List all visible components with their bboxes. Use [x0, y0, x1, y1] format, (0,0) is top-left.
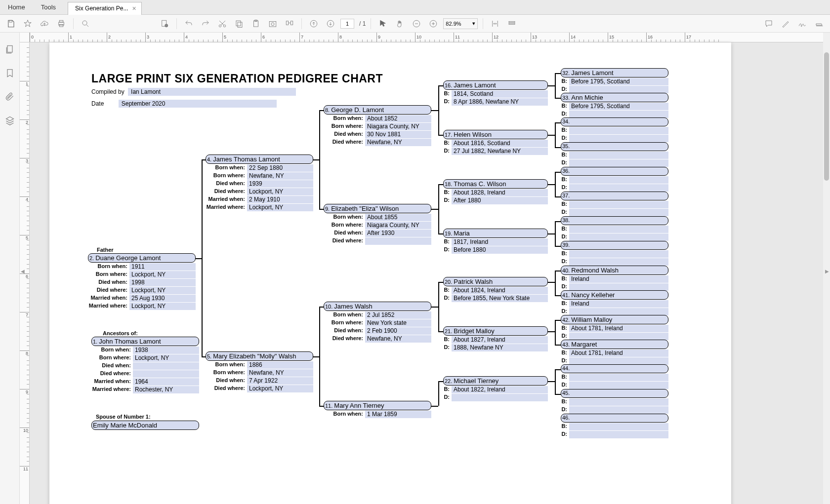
- person-num: 41.: [562, 292, 570, 298]
- detail-value: Lockport, NY: [129, 271, 196, 278]
- snapshot-icon[interactable]: [266, 17, 280, 31]
- scroll-thumb[interactable]: [824, 52, 829, 181]
- person-head: 2.Duane George Lamont: [88, 253, 196, 263]
- pdf-convert-icon[interactable]: [158, 17, 171, 31]
- person-head: 33.Ann Michie: [561, 93, 668, 102]
- attachment-icon[interactable]: [3, 90, 17, 104]
- detail-label: D:: [443, 148, 450, 155]
- detail-value: 22 Sep 1880: [247, 164, 313, 172]
- person-head: 18.Thomas C. Wilson: [443, 179, 548, 189]
- person-num: 43.: [562, 342, 570, 348]
- find-replace-icon[interactable]: [283, 17, 296, 31]
- undo-icon[interactable]: [182, 17, 196, 31]
- comment-icon[interactable]: [762, 17, 776, 31]
- detail-label: B:: [443, 140, 450, 147]
- cloud-upload-icon[interactable]: [38, 17, 51, 31]
- detail-label: D:: [561, 308, 567, 315]
- print-icon[interactable]: [54, 17, 68, 31]
- highlight-icon[interactable]: [779, 17, 792, 31]
- paste-icon[interactable]: [249, 17, 263, 31]
- detail-label: Born where:: [206, 172, 245, 180]
- stamp-icon[interactable]: [812, 17, 826, 31]
- document-tab[interactable]: Six Generation Pe... ×: [68, 2, 142, 15]
- person-num: 34.: [562, 118, 570, 124]
- expand-left-icon[interactable]: ◀: [21, 269, 25, 274]
- person-head: 17.Helen Wilson: [443, 130, 548, 139]
- detail-label: Born where:: [206, 369, 245, 377]
- person-name: James Lamont: [454, 81, 496, 89]
- detail-value: About 1816, Scotland: [452, 140, 548, 147]
- menu-home[interactable]: Home: [0, 0, 33, 14]
- scroll-down-icon[interactable]: [324, 17, 337, 31]
- zoom-in-icon[interactable]: [426, 17, 440, 31]
- detail-label: D:: [561, 184, 567, 192]
- person-p38: 38.B:D:: [561, 216, 668, 241]
- person-num: 39.: [562, 242, 570, 248]
- detail-label: D:: [561, 283, 567, 291]
- fit-width-icon[interactable]: [488, 17, 502, 31]
- layers-icon[interactable]: [3, 114, 17, 127]
- detail-value: [452, 394, 548, 401]
- page-input[interactable]: [340, 19, 354, 29]
- detail-label: Born when:: [324, 214, 363, 221]
- detail-label: Died when:: [206, 180, 245, 188]
- person-num: 11.: [325, 403, 332, 409]
- detail-value: [569, 86, 668, 93]
- person-name: Mary Elizabeth "Molly" Walsh: [213, 352, 296, 360]
- reflow-icon[interactable]: [505, 17, 519, 31]
- close-icon[interactable]: ×: [132, 4, 136, 12]
- copy-icon[interactable]: [232, 17, 246, 31]
- detail-label: D:: [443, 98, 450, 106]
- detail-label: Born when:: [206, 361, 245, 369]
- bookmark-icon[interactable]: [3, 66, 17, 80]
- detail-label: D:: [561, 111, 567, 118]
- detail-label: Died where:: [324, 139, 363, 146]
- search-icon[interactable]: [79, 17, 92, 31]
- detail-value: Lockport, NY: [133, 354, 199, 362]
- detail-label: Married when:: [88, 295, 127, 302]
- menu-tools[interactable]: Tools: [33, 0, 64, 14]
- person-p42: 42.William MalloyB:About 1781, IrelandD:: [561, 315, 668, 340]
- svg-rect-25: [509, 21, 515, 22]
- person-head: 35.: [561, 142, 668, 151]
- star-icon[interactable]: [21, 17, 35, 31]
- person-head: 19.Maria: [443, 229, 548, 238]
- detail-label: D:: [561, 258, 567, 266]
- hand-icon[interactable]: [393, 17, 407, 31]
- detail-label: Married when:: [206, 196, 245, 203]
- detail-label: Born where:: [88, 271, 127, 278]
- detail-value: About 1852: [365, 115, 431, 122]
- person-p2: 2.Duane George LamontBorn when:1911Born …: [88, 253, 196, 310]
- detail-value: Before 1795, Scotland: [569, 78, 668, 85]
- save-icon[interactable]: [4, 17, 18, 31]
- detail-value: Lockport, NY: [247, 204, 313, 211]
- expand-right-icon[interactable]: ▶: [825, 269, 829, 274]
- person-head: 46.: [561, 414, 668, 423]
- person-num: 21.: [445, 328, 452, 334]
- pointer-icon[interactable]: [376, 17, 390, 31]
- person-p16: 16.James LamontB:1814, ScotlandD:8 Apr 1…: [443, 80, 548, 106]
- redo-icon[interactable]: [199, 17, 212, 31]
- detail-label: Born when:: [91, 347, 131, 354]
- cut-icon[interactable]: [215, 17, 229, 31]
- person-num: 20.: [445, 279, 452, 285]
- detail-label: B:: [561, 103, 567, 110]
- toolbar: / 1 82.9%▾: [0, 15, 830, 33]
- detail-label: Born where:: [91, 354, 131, 362]
- detail-value: About 1855: [365, 214, 431, 221]
- zoom-select[interactable]: 82.9%▾: [443, 18, 478, 29]
- detail-label: B:: [561, 398, 567, 406]
- person-name: John Thomas Lamont: [99, 338, 161, 345]
- person-head: 41.Nancy Kelleher: [561, 290, 668, 300]
- detail-label: B:: [561, 152, 567, 159]
- signature-icon[interactable]: [795, 17, 809, 31]
- detail-value: Ireland: [569, 300, 668, 308]
- zoom-out-icon[interactable]: [410, 17, 423, 31]
- pages-panel-icon[interactable]: [3, 42, 17, 56]
- person-p33: 33.Ann MichieB:Before 1795, ScotlandD:: [561, 93, 668, 118]
- detail-value: Ireland: [569, 275, 668, 283]
- detail-label: Died where:: [324, 237, 363, 245]
- detail-value: [569, 226, 668, 233]
- scroll-up-icon[interactable]: [307, 17, 321, 31]
- person-p11: 11.Mary Ann TierneyBorn when:1 Mar 1859: [324, 401, 431, 418]
